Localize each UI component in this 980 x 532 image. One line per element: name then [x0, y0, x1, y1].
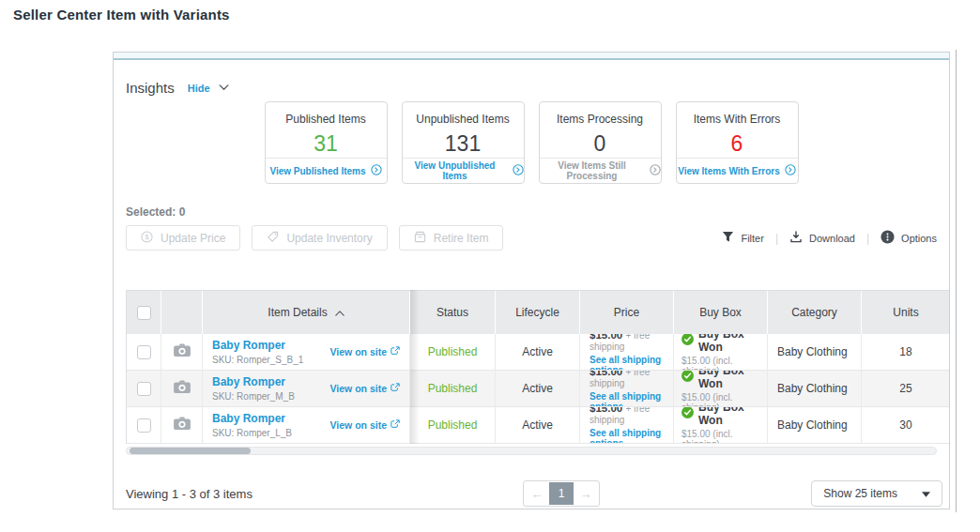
external-link-icon — [390, 419, 400, 431]
download-button[interactable]: Download — [789, 231, 855, 245]
row-checkbox-cell — [127, 334, 161, 370]
status-cell: Published — [410, 407, 496, 443]
scrollbar-thumb[interactable] — [130, 448, 251, 454]
buy-box-cell: Buy Box Won $15.00 (incl. shipping) — [674, 407, 768, 443]
viewport-edge-line — [956, 50, 957, 512]
insights-hide-link[interactable]: Hide — [188, 83, 210, 94]
selected-count-label: Selected: 0 — [126, 205, 937, 219]
options-kebab-icon — [880, 230, 895, 246]
view-on-site-link[interactable]: View on site — [330, 419, 401, 431]
select-all-checkbox[interactable] — [137, 306, 151, 320]
view-unpublished-items-link[interactable]: View Unpublished Items — [403, 158, 524, 183]
see-shipping-options-link[interactable]: See all shipping options — [590, 355, 664, 371]
card-unpublished-items: Unpublished Items 131 View Unpublished I… — [402, 101, 525, 184]
show-items-dropdown[interactable]: Show 25 items — [811, 480, 942, 507]
card-published-items: Published Items 31 View Published Items — [265, 101, 388, 184]
card-label: Items Processing — [540, 113, 661, 126]
download-icon — [789, 231, 803, 245]
camera-icon — [173, 379, 191, 398]
buy-box-cell: Buy Box Won $15.00 (incl. shipping) — [674, 371, 768, 406]
buybox-note: $15.00 (incl. shipping) — [681, 392, 759, 406]
row-checkbox[interactable] — [137, 345, 151, 359]
previous-page-button[interactable]: ← — [525, 482, 549, 505]
table-actions: Filter | Download | Options — [722, 230, 937, 246]
units-cell: 25 — [862, 371, 949, 406]
svg-text:$: $ — [145, 233, 148, 241]
view-items-still-processing-link: View Items Still Processing — [540, 158, 661, 183]
chevron-down-icon[interactable] — [219, 84, 229, 91]
table-header-row: Item Details Status Lifecycle Price Buy … — [127, 290, 949, 334]
external-link-icon — [390, 383, 400, 394]
item-image-cell — [161, 334, 203, 370]
table-row: Baby Romper SKU: Romper_M_B View on site… — [127, 371, 949, 407]
view-published-items-link[interactable]: View Published Items — [266, 158, 387, 183]
card-items-with-errors: Items With Errors 6 View Items With Erro… — [676, 101, 799, 184]
next-page-button[interactable]: → — [574, 482, 598, 505]
header-item-details[interactable]: Item Details — [203, 291, 410, 334]
circled-arrow-icon — [650, 164, 661, 177]
buybox-status: Buy Box Won — [698, 407, 759, 427]
row-checkbox[interactable] — [137, 418, 151, 433]
price-cell: $15.00 + free shipping See all shipping … — [580, 407, 674, 443]
items-table: Item Details Status Lifecycle Price Buy … — [126, 290, 949, 444]
sort-ascending-icon[interactable] — [335, 306, 345, 319]
insights-header: Insights Hide — [126, 80, 937, 96]
item-name-link[interactable]: Baby Romper — [212, 412, 292, 425]
header-status[interactable]: Status — [410, 291, 496, 334]
view-items-with-errors-link[interactable]: View Items With Errors — [677, 158, 798, 183]
dollar-circle-icon: $ — [141, 231, 153, 246]
caret-down-icon — [922, 487, 930, 500]
see-shipping-options-link[interactable]: See all shipping options — [590, 428, 664, 444]
lifecycle-cell: Active — [496, 407, 580, 443]
status-cell: Published — [410, 371, 496, 406]
camera-icon — [173, 416, 191, 434]
header-units[interactable]: Units — [862, 291, 949, 334]
item-name-link[interactable]: Baby Romper — [212, 375, 295, 388]
action-separator: | — [775, 232, 778, 245]
units-cell: 18 — [862, 334, 949, 370]
card-value: 6 — [677, 131, 798, 157]
update-price-button[interactable]: $ Update Price — [126, 225, 240, 251]
status-cell: Published — [410, 334, 496, 370]
row-checkbox[interactable] — [137, 382, 151, 396]
retire-item-button[interactable]: Retire Item — [399, 225, 504, 251]
check-circle-icon — [681, 407, 694, 421]
update-inventory-button[interactable]: Update Inventory — [252, 225, 387, 251]
view-on-site-link[interactable]: View on site — [330, 383, 401, 394]
viewing-summary: Viewing 1 - 3 of 3 items — [126, 487, 253, 501]
circled-arrow-icon — [513, 164, 524, 177]
card-label: Unpublished Items — [403, 113, 524, 126]
view-on-site-link[interactable]: View on site — [330, 346, 401, 357]
lifecycle-cell: Active — [496, 334, 580, 370]
category-cell: Baby Clothing — [768, 371, 862, 406]
row-checkbox-cell — [127, 407, 161, 443]
pagination: ← 1 → — [523, 480, 600, 507]
external-link-icon — [390, 346, 400, 357]
circled-arrow-icon — [371, 164, 382, 177]
seller-center-panel: Insights Hide Published Items 31 View Pu… — [113, 52, 950, 509]
header-lifecycle[interactable]: Lifecycle — [496, 291, 580, 334]
tag-icon — [267, 231, 279, 246]
check-circle-icon — [681, 334, 694, 348]
item-details-cell: Baby Romper SKU: Romper_S_B_1 View on si… — [203, 334, 410, 370]
card-items-processing: Items Processing 0 View Items Still Proc… — [539, 101, 662, 184]
price-cell: $15.00 + free shipping See all shipping … — [580, 371, 674, 406]
current-page-button[interactable]: 1 — [549, 482, 574, 505]
filter-button[interactable]: Filter — [722, 231, 763, 245]
header-price[interactable]: Price — [580, 291, 674, 334]
item-name-link[interactable]: Baby Romper — [212, 339, 303, 352]
see-shipping-options-link[interactable]: See all shipping options — [590, 391, 664, 407]
select-all-checkbox-cell — [127, 291, 161, 334]
lifecycle-cell: Active — [496, 371, 580, 406]
horizontal-scrollbar[interactable] — [126, 447, 937, 455]
buybox-status: Buy Box Won — [698, 334, 759, 354]
card-label: Published Items — [266, 113, 387, 126]
header-category[interactable]: Category — [768, 291, 862, 334]
price-value: $15.00 — [590, 371, 622, 377]
card-value: 131 — [403, 131, 524, 157]
options-button[interactable]: Options — [880, 230, 937, 246]
image-column-header — [161, 291, 203, 334]
price-cell: $15.00 + free shipping See all shipping … — [580, 334, 674, 370]
header-buy-box[interactable]: Buy Box — [674, 291, 768, 334]
category-cell: Baby Clothing — [768, 407, 862, 443]
